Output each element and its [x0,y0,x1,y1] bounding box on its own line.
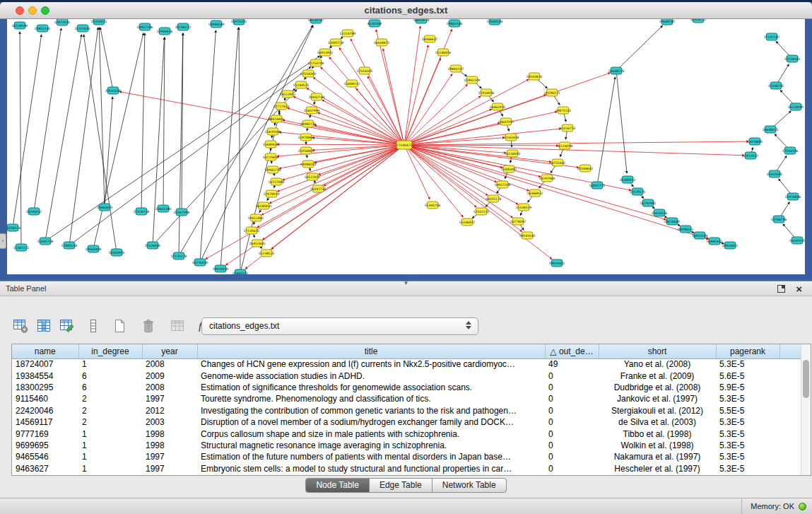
cell-year[interactable]: 2009 [142,370,197,381]
graph-edge[interactable] [404,141,748,145]
cell-name[interactable]: 19384554 [12,370,78,381]
cell-in_degree[interactable]: 6 [78,370,142,381]
graph-edge[interactable] [277,145,404,192]
graph-edge[interactable] [200,25,313,262]
cell-out_degree[interactable]: 0 [545,405,599,416]
table-row[interactable]: 1830029562008Estimation of significance … [12,382,801,393]
new-file-icon[interactable] [110,317,129,335]
cell-year[interactable]: 1997 [142,451,197,462]
graph-edge[interactable] [597,77,616,185]
cell-out_degree[interactable]: 0 [545,370,599,381]
cell-out_degree[interactable]: 0 [545,428,599,439]
cell-short[interactable]: Yano et al. (2008) [599,358,716,370]
cell-short[interactable]: Stergiakouli et al. (2012) [599,405,716,416]
table-settings-icon[interactable] [11,317,30,335]
table-row[interactable]: 1938455462009Genome-wide association stu… [12,370,801,381]
graph-edge[interactable] [404,29,452,145]
cell-in_degree[interactable]: 2 [78,405,142,416]
cell-name[interactable]: 9777169 [12,428,78,439]
column-header-name[interactable]: name [12,344,78,358]
cell-short[interactable]: Hescheler et al. (1997) [599,463,716,474]
graph-edge[interactable] [163,37,165,209]
graph-edge[interactable] [13,35,42,228]
cell-name[interactable]: 9115460 [12,393,78,404]
table-row[interactable]: 969969511998Structural magnetic resonanc… [12,440,801,451]
tab-node-table[interactable]: Node Table [305,478,370,493]
column-header-out-degree[interactable]: △ out_de… [545,344,599,358]
cell-title[interactable]: Structural magnetic resonance image aver… [197,440,545,451]
cell-pagerank[interactable]: 5.3E-5 [716,463,779,474]
cell-year[interactable]: 1997 [142,463,197,474]
cell-pagerank[interactable]: 5.3E-5 [716,358,779,370]
cell-title[interactable]: Genome-wide association studies in ADHD. [197,370,545,381]
cell-name[interactable]: 9463627 [12,463,78,474]
graph-edge[interactable] [404,112,557,145]
cell-short[interactable]: Tibbo et al. (1998) [599,428,716,439]
cell-in_degree[interactable]: 6 [78,382,142,393]
graph-edge[interactable] [404,84,468,145]
graph-edge[interactable] [404,145,551,162]
cell-out_degree[interactable]: 0 [545,463,599,474]
cell-year[interactable]: 1998 [142,428,197,439]
cell-in_degree[interactable]: 1 [78,463,142,474]
table-scrollbar-thumb[interactable] [803,360,809,398]
network-canvas[interactable]: 1615859010851245128720351131509215314072… [7,19,805,274]
column-header-title[interactable]: title [197,344,545,358]
cell-name[interactable]: 22420046 [12,405,78,416]
graph-edge[interactable] [257,145,404,228]
network-graph[interactable]: 1615859010851245128720351131509215314072… [7,19,805,274]
cell-out_degree[interactable]: 0 [545,451,599,462]
table-select-dropdown[interactable]: citations_edges.txt [201,317,478,335]
cell-title[interactable]: Tourette syndrome. Phenomenology and cla… [197,393,545,404]
graph-edge[interactable] [141,33,145,211]
cell-in_degree[interactable]: 1 [78,451,142,462]
cell-name[interactable]: 14569117 [12,416,78,428]
cell-in_degree[interactable]: 1 [78,428,142,439]
float-panel-icon[interactable] [777,285,785,293]
cell-pagerank[interactable]: 5.3E-5 [716,428,779,439]
graph-edge[interactable] [34,28,61,211]
cell-short[interactable]: de Silva et al. (2003) [599,416,716,428]
cell-name[interactable]: 9465546 [12,451,78,462]
table-row[interactable]: 911546021997Tourette syndrome. Phenomeno… [12,393,801,404]
close-panel-icon[interactable]: × [796,281,802,296]
cell-out_degree[interactable]: 0 [545,393,599,404]
table-row[interactable]: 1872400712008Changes of HCN gene express… [12,358,801,370]
cell-title[interactable]: Estimation of significance thresholds fo… [197,382,545,393]
cell-pagerank[interactable]: 5.3E-5 [716,393,779,404]
graph-edge[interactable] [220,28,238,269]
column-visibility-icon[interactable] [35,317,53,335]
table-row[interactable]: 1456911722003Disruption of a novel membe… [12,416,801,428]
graph-edge[interactable] [404,26,420,145]
cell-in_degree[interactable]: 2 [78,416,142,428]
graph-edge[interactable] [200,30,216,262]
cell-title[interactable]: Investigating the contribution of common… [197,405,545,416]
graph-edge[interactable] [616,71,627,173]
table-scrollbar[interactable] [801,344,811,475]
graph-edge[interactable] [404,96,481,145]
cell-pagerank[interactable]: 5.3E-5 [716,416,779,428]
cell-title[interactable]: Corpus callosum shape and size in male p… [197,428,545,439]
cell-year[interactable]: 2008 [142,358,197,370]
graph-edge[interactable] [45,35,81,241]
table-row[interactable]: 946554611997Estimation of the future num… [12,451,801,462]
graph-edge[interactable] [179,25,312,256]
cell-year[interactable]: 2008 [142,382,197,393]
graph-edge[interactable] [119,92,404,145]
column-header-short[interactable]: short [599,344,716,358]
cell-short[interactable]: Nakamura et al. (1997) [599,451,716,462]
graph-edge[interactable] [69,28,98,245]
edit-table-icon[interactable] [58,317,76,335]
graph-edge[interactable] [404,145,476,207]
cell-name[interactable]: 18724007 [12,358,78,370]
graph-edge[interactable] [269,145,404,203]
cell-year[interactable]: 1998 [142,440,197,451]
cell-title[interactable]: Embryonic stem cells: a model to study s… [197,463,545,474]
cell-year[interactable]: 1997 [142,393,197,404]
cell-title[interactable]: Changes of HCN gene expression and I(f) … [197,358,545,370]
table-row[interactable]: 2242004622012Investigating the contribut… [12,405,801,416]
column-header-pagerank[interactable]: pagerank [716,344,779,358]
collapse-left-panel-button[interactable]: ‹ [0,233,6,249]
table-row[interactable]: 946362711997Embryonic stem cells: a mode… [12,463,801,474]
cell-out_degree[interactable]: 49 [545,358,599,370]
